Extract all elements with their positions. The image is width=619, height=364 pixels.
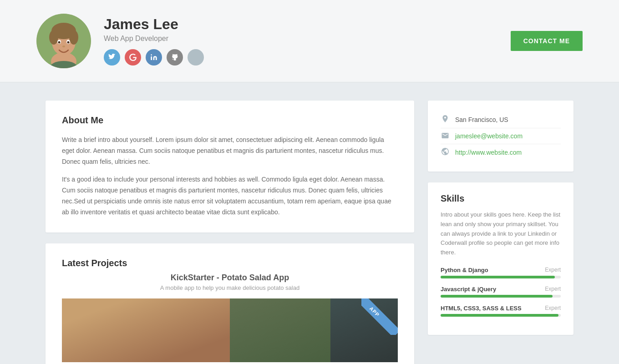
- projects-heading: Latest Projects: [62, 258, 398, 268]
- skill-level-html5: Expert: [545, 305, 561, 312]
- about-heading: About Me: [62, 115, 398, 126]
- skill-bar-fill-html5: [441, 314, 558, 317]
- website-icon: [441, 148, 450, 157]
- svg-point-12: [151, 54, 152, 56]
- contact-info-card: San Francisco, US jameslee@website.com h…: [428, 101, 573, 172]
- app-badge: [361, 298, 398, 335]
- email-link[interactable]: jameslee@website.com: [455, 132, 523, 140]
- profile-info: James Lee Web App Developer: [104, 16, 511, 65]
- project-subtitle: A mobile app to help you make delicious …: [62, 284, 398, 291]
- contact-me-button[interactable]: CONTACT ME: [511, 31, 583, 51]
- skills-intro: Intro about your skills goes here. Keep …: [441, 210, 561, 258]
- email-icon: [441, 132, 450, 140]
- about-paragraph-1: Write a brief intro about yourself. Lore…: [62, 135, 398, 167]
- skill-bar-bg-python: [441, 276, 561, 278]
- skills-heading: Skills: [441, 193, 561, 204]
- skill-item-python: Python & Django Expert: [441, 267, 561, 278]
- svg-point-9: [67, 41, 70, 44]
- skill-name-python: Python & Django: [441, 267, 488, 273]
- project-image: [62, 298, 398, 362]
- svg-point-8: [58, 41, 61, 44]
- skill-bar-bg-html5: [441, 314, 561, 317]
- skill-item-javascript: Javascript & jQuery Expert: [441, 286, 561, 298]
- main-content: About Me Write a brief intro about yours…: [36, 82, 583, 364]
- about-card: About Me Write a brief intro about yours…: [46, 101, 414, 233]
- email-row: jameslee@website.com: [441, 128, 561, 144]
- about-paragraph-2: It's a good idea to include your persona…: [62, 174, 398, 217]
- svg-point-10: [62, 46, 65, 47]
- skill-name-html5: HTML5, CSS3, SASS & LESS: [441, 305, 522, 312]
- left-column: About Me Write a brief intro about yours…: [46, 101, 414, 364]
- right-column: San Francisco, US jameslee@website.com h…: [428, 101, 573, 335]
- projects-card: Latest Projects KickStarter - Potato Sal…: [46, 243, 414, 364]
- twitter-icon[interactable]: [104, 49, 120, 66]
- github-icon[interactable]: [167, 49, 183, 66]
- location-row: San Francisco, US: [441, 111, 561, 128]
- social-icons-group: [104, 49, 511, 66]
- profile-name: James Lee: [104, 16, 511, 32]
- profile-title: Web App Developer: [104, 35, 511, 43]
- project-title: KickStarter - Potato Salad App: [62, 273, 398, 283]
- website-link[interactable]: http://www.website.com: [455, 149, 522, 156]
- skill-bar-bg-javascript: [441, 295, 561, 298]
- linkedin-icon[interactable]: [146, 49, 162, 66]
- skill-level-python: Expert: [545, 267, 561, 273]
- location-icon: [441, 115, 450, 124]
- svg-point-5: [69, 30, 78, 45]
- skills-card: Skills Intro about your skills goes here…: [428, 182, 573, 335]
- website-row: http://www.website.com: [441, 144, 561, 161]
- svg-point-4: [49, 30, 58, 45]
- google-icon[interactable]: [125, 49, 141, 66]
- avatar: [36, 14, 91, 68]
- image-segment-left: [62, 298, 230, 362]
- skill-item-html5: HTML5, CSS3, SASS & LESS Expert: [441, 305, 561, 317]
- skill-bar-fill-python: [441, 276, 555, 278]
- skill-name-javascript: Javascript & jQuery: [441, 286, 496, 293]
- location-text: San Francisco, US: [455, 116, 508, 123]
- image-segment-mid: [230, 298, 330, 362]
- skill-bar-fill-javascript: [441, 295, 553, 298]
- page-header: James Lee Web App Developer CONTACT ME: [0, 0, 619, 82]
- extra-social-icon[interactable]: [188, 49, 204, 66]
- about-text: Write a brief intro about yourself. Lore…: [62, 135, 398, 218]
- skill-level-javascript: Expert: [545, 286, 561, 293]
